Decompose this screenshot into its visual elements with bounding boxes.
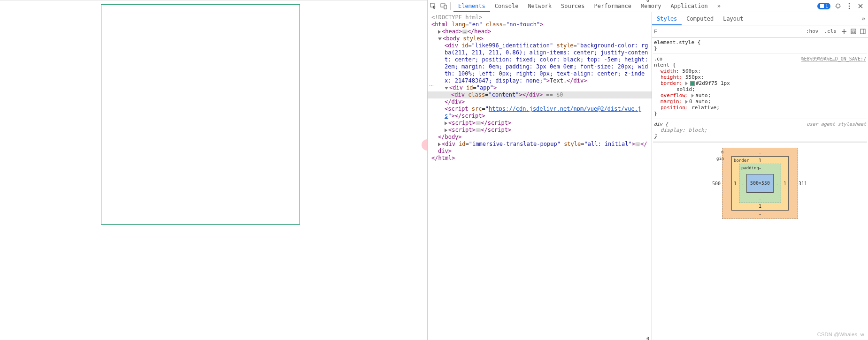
dom-body-close[interactable]: </body> [428, 134, 652, 141]
dom-doctype[interactable]: <!DOCTYPE html> [428, 14, 652, 21]
cls-button[interactable]: .cls [823, 28, 838, 34]
tab-memory[interactable]: Memory [636, 0, 666, 12]
tab-console[interactable]: Console [490, 0, 523, 12]
svg-rect-3 [820, 4, 824, 8]
dom-content-selected[interactable]: <div class="content"></div> == $0 [428, 91, 652, 98]
plus-icon[interactable] [841, 28, 847, 35]
content-box [101, 4, 300, 225]
svg-point-5 [849, 3, 850, 4]
styles-tabs-more[interactable]: » [859, 15, 868, 22]
dom-identification[interactable]: <div id="like996_identification" style="… [428, 42, 652, 84]
sidebar-toggle-icon[interactable] [860, 28, 866, 35]
dom-body-open[interactable]: <body style> [428, 35, 652, 42]
hov-button[interactable]: :hov [805, 28, 820, 34]
svg-point-6 [849, 5, 850, 7]
tab-sources[interactable]: Sources [556, 0, 590, 12]
color-swatch[interactable] [690, 81, 695, 86]
dom-html-close[interactable]: </html> [428, 155, 652, 162]
dom-html-open[interactable]: <html lang="en" class="no-touch"> [428, 21, 652, 28]
svg-point-7 [849, 8, 850, 9]
styles-filter-input[interactable] [654, 29, 668, 34]
gear-icon[interactable] [834, 2, 842, 10]
devtools-tabs: Elements Console Network Sources Perform… [453, 0, 814, 12]
kebab-icon[interactable] [845, 2, 853, 10]
dom-app-open[interactable]: <div id="app"> [428, 84, 652, 91]
svg-rect-10 [860, 29, 865, 34]
dom-tree[interactable]: <!DOCTYPE html> <html lang="en" class="n… [428, 12, 652, 340]
devtools-panel: Elements Console Network Sources Perform… [427, 0, 868, 340]
watermark: CSDN @Whales_w [817, 332, 864, 337]
tab-application[interactable]: Application [666, 0, 712, 12]
devtools-body: <!DOCTYPE html> <html lang="en" class="n… [428, 12, 868, 340]
tab-performance[interactable]: Performance [590, 0, 636, 12]
box-model: 0 n gin - 311 - 500 border 1 [653, 143, 867, 224]
dom-head[interactable]: <head>…</head> [428, 28, 652, 35]
dom-script-vue[interactable]: <script src="https://cdn.jsdelivr.net/np… [428, 106, 652, 120]
tab-network[interactable]: Network [523, 0, 556, 12]
page-viewport [0, 0, 427, 340]
styles-filterbar: :hov .cls [652, 25, 868, 38]
dom-gutter-dots[interactable]: ⋯ [429, 83, 434, 88]
device-toggle-icon[interactable] [440, 2, 447, 10]
inspect-icon[interactable] [430, 2, 437, 10]
rule-element-style[interactable]: element.style { } [653, 38, 867, 54]
styles-tabbar: Styles Computed Layout » [652, 12, 868, 25]
styles-tab-layout[interactable]: Layout [718, 12, 748, 25]
svg-point-4 [837, 5, 839, 8]
svg-rect-9 [852, 31, 855, 33]
close-icon[interactable] [857, 2, 864, 10]
styles-panel: Styles Computed Layout » :hov .cls eleme… [652, 12, 868, 340]
bm-content[interactable]: 500×550 [746, 174, 774, 193]
dom-app-close[interactable]: </div> [428, 98, 652, 106]
tab-elements[interactable]: Elements [453, 0, 490, 12]
tabs-more[interactable]: » [713, 0, 725, 12]
svg-rect-2 [444, 5, 446, 9]
rule-user-agent: div {user agent stylesheet display: bloc… [653, 120, 867, 142]
rule-content[interactable]: .co%E8%99%9A%E…D_ON_SAVE:7 ntent { width… [653, 55, 867, 119]
styles-rules[interactable]: element.style { } .co%E8%99%9A%E…D_ON_SA… [652, 38, 868, 340]
dom-popup[interactable]: <div id="immersive-translate-popup" styl… [428, 141, 652, 155]
devtools-right-icons: 1 [817, 2, 866, 10]
computed-toggle-icon[interactable] [850, 28, 857, 35]
dom-script1[interactable]: <script>…</script> [428, 120, 652, 127]
styles-tab-styles[interactable]: Styles [652, 12, 682, 25]
styles-tab-computed[interactable]: Computed [682, 12, 718, 25]
issues-badge[interactable]: 1 [817, 3, 830, 9]
dom-script2[interactable]: <script>…</script> [428, 127, 652, 134]
